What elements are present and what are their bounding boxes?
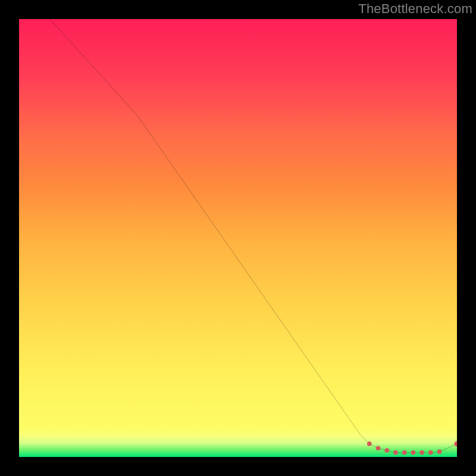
data-marker — [367, 441, 372, 446]
watermark-text: TheBottleneck.com — [358, 1, 472, 17]
data-marker — [376, 446, 381, 450]
data-marker — [402, 450, 407, 455]
plot-area — [19, 19, 457, 457]
data-marker — [428, 450, 433, 455]
marker-group — [367, 441, 457, 455]
data-marker — [393, 450, 398, 455]
data-marker — [411, 450, 416, 455]
data-marker — [454, 441, 457, 446]
chart-svg — [19, 19, 457, 457]
bottleneck-curve — [50, 19, 457, 453]
data-marker — [437, 449, 442, 454]
data-marker — [419, 450, 424, 455]
data-marker — [384, 448, 389, 453]
chart-frame: TheBottleneck.com — [0, 0, 476, 476]
